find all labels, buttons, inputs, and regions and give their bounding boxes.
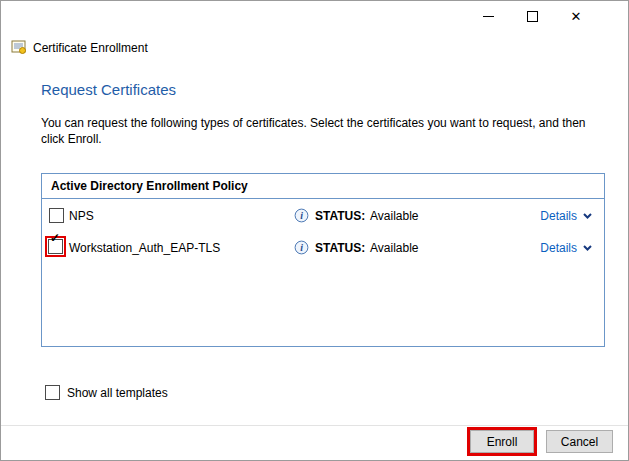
policy-panel-header: Active Directory Enrollment Policy [42,174,604,199]
footer-divider [1,425,628,426]
template-row-workstation-auth[interactable]: Workstation_Auth_EAP-TLS i STATUS: Avail… [42,236,604,260]
template-name: NPS [69,209,94,223]
close-button[interactable]: ✕ [561,3,591,29]
status-label: STATUS: [315,209,365,223]
annotation-highlight-checkbox [45,236,66,257]
minimize-icon [483,16,494,17]
workstation-auth-checkbox[interactable] [48,239,63,254]
certificate-enrollment-window: ✕ Certificate Enrollment Request Certifi… [0,0,629,461]
svg-text:i: i [300,210,303,221]
enroll-button[interactable]: Enroll [470,430,534,453]
template-row-nps[interactable]: NPS i STATUS: Available Details [42,204,604,228]
info-circle-icon: i [294,208,309,223]
window-title: Certificate Enrollment [33,41,148,55]
details-label: Details [540,241,577,255]
page-title: Request Certificates [41,81,176,98]
details-link[interactable]: Details [540,209,592,223]
details-label: Details [540,209,577,223]
chevron-down-icon [583,213,592,219]
status-label: STATUS: [315,241,365,255]
chevron-down-icon [583,245,592,251]
cancel-button[interactable]: Cancel [546,430,613,453]
template-name: Workstation_Auth_EAP-TLS [69,241,220,255]
certificate-icon [11,39,27,55]
enrollment-policy-panel: Active Directory Enrollment Policy NPS i… [41,173,605,347]
page-description: You can request the following types of c… [41,115,601,147]
nps-checkbox[interactable] [49,208,64,223]
close-icon: ✕ [571,10,582,23]
show-all-templates-label: Show all templates [67,386,168,400]
maximize-button[interactable] [517,3,547,29]
status-value: Available [370,209,418,223]
details-link[interactable]: Details [540,241,592,255]
show-all-templates-row: Show all templates [45,385,168,400]
status-value: Available [370,241,418,255]
info-circle-icon: i [294,240,309,255]
svg-text:i: i [300,242,303,253]
show-all-templates-checkbox[interactable] [45,385,60,400]
maximize-icon [527,11,538,22]
minimize-button[interactable] [473,3,503,29]
